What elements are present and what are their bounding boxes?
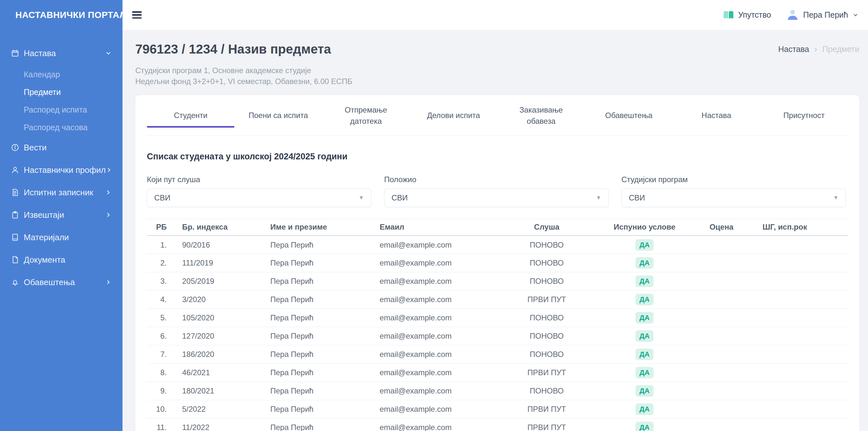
table-row[interactable]: 4. 3/2020 Пера Перић email@example.com П…	[147, 290, 848, 309]
info-icon	[11, 143, 19, 152]
filter-label: Положио	[384, 175, 609, 184]
sidebar-item-izvestaji[interactable]: Извештаји	[0, 204, 123, 226]
cell-index: 127/2020	[170, 327, 270, 345]
clipboard-icon	[11, 211, 19, 219]
status-badge: ДА	[636, 275, 653, 287]
cell-listens: ПРВИ ПУТ	[487, 364, 606, 382]
sidebar-item-label: Испитни записник	[24, 188, 93, 197]
tab-poeni-sa-ispita[interactable]: Поени са испита	[235, 95, 322, 135]
cell-email: email@example.com	[380, 290, 487, 309]
table-row[interactable]: 10. 5/2022 Пера Перић email@example.com …	[147, 400, 848, 419]
breadcrumb-parent[interactable]: Настава	[778, 44, 809, 54]
breadcrumb: Настава › Предмети	[778, 44, 859, 54]
cell-grade	[683, 419, 760, 431]
table-row[interactable]: 6. 127/2020 Пера Перић email@example.com…	[147, 327, 848, 345]
sidebar-item-ispitni-zapisnik[interactable]: Испитни записник	[0, 181, 123, 204]
chevron-down-icon	[105, 50, 112, 56]
sidebar-item-nastavnicki-profil[interactable]: Наставнички профил	[0, 159, 123, 181]
cell-email: email@example.com	[380, 400, 487, 419]
cell-fulfilled: ДА	[606, 345, 683, 364]
col-header-fulfilled: Испунио услове	[606, 219, 683, 236]
chevron-right-icon	[105, 189, 112, 195]
course-subtitle-line1: Студијски програм 1, Основне академске с…	[135, 65, 859, 76]
course-card: Студенти Поени са испита Отпремање датот…	[135, 95, 859, 431]
cell-rb: 4.	[147, 290, 170, 309]
cell-fulfilled: ДА	[606, 364, 683, 382]
user-menu[interactable]: Пера Перић	[786, 9, 858, 21]
course-subtitle: Студијски програм 1, Основне академске с…	[135, 65, 859, 87]
table-row[interactable]: 7. 186/2020 Пера Перић email@example.com…	[147, 345, 848, 364]
table-row[interactable]: 3. 205/2019 Пера Перић email@example.com…	[147, 272, 848, 290]
chevron-right-icon	[106, 167, 112, 173]
cell-term	[760, 272, 848, 290]
sidebar-item-label: Календар	[24, 70, 60, 79]
tab-obavestenja[interactable]: Обавештења	[585, 95, 673, 135]
table-row[interactable]: 1. 90/2016 Пера Перић email@example.com …	[147, 236, 848, 254]
help-link[interactable]: Упутство	[723, 10, 771, 20]
sidebar-item-obavestenja[interactable]: Обавештења	[0, 271, 123, 294]
status-badge: ДА	[636, 385, 653, 397]
cell-rb: 9.	[147, 382, 170, 400]
main-content: 796123 / 1234 / Назив предмета Настава ›…	[123, 30, 868, 431]
sidebar-item-label: Вести	[24, 143, 46, 153]
sidebar-item-vesti[interactable]: Вести	[0, 136, 123, 159]
filter-select-polozio[interactable]: СВИ ▼	[384, 189, 609, 207]
cell-listens: ПОНОВО	[487, 345, 606, 364]
topbar: Упутство Пера Перић	[123, 0, 868, 30]
tab-zakazivanje-obaveza[interactable]: Заказивање обавеза	[497, 95, 585, 135]
table-row[interactable]: 11. 11/2022 Пера Перић email@example.com…	[147, 419, 848, 431]
table-row[interactable]: 2. 111/2019 Пера Перић email@example.com…	[147, 254, 848, 272]
cell-grade	[683, 382, 760, 400]
sidebar-item-label: Материјали	[24, 233, 69, 242]
tab-studenti[interactable]: Студенти	[147, 95, 235, 135]
select-value: СВИ	[629, 193, 645, 202]
cell-name: Пера Перић	[270, 272, 380, 290]
students-heading: Списак студената у школској 2024/2025 го…	[147, 152, 848, 162]
cell-grade	[683, 290, 760, 309]
tab-bar: Студенти Поени са испита Отпремање датот…	[147, 95, 848, 136]
filter-label: Који пут слуша	[147, 175, 371, 184]
user-name: Пера Перић	[803, 10, 848, 20]
cell-name: Пера Перић	[270, 327, 380, 345]
sidebar-item-label: Наставнички профил	[24, 165, 106, 175]
app-logo[interactable]: НАСТАВНИЧКИ ПОРТАЛ	[0, 0, 123, 30]
tab-otpremanje-datoteka[interactable]: Отпремање датотека	[322, 95, 410, 135]
table-row[interactable]: 8. 46/2021 Пера Перић email@example.com …	[147, 364, 848, 382]
sidebar-item-raspored-casova[interactable]: Распоред часова	[0, 119, 123, 136]
sidebar-item-predmeti[interactable]: Предмети	[0, 83, 123, 101]
sidebar-item-raspored-ispita[interactable]: Распоред испита	[0, 101, 123, 119]
cell-name: Пера Перић	[270, 382, 380, 400]
sidebar-item-materijali[interactable]: Материјали	[0, 226, 123, 249]
sidebar-item-dokumenta[interactable]: Документа	[0, 249, 123, 271]
filter-studijski-program: Студијски програм СВИ ▼	[621, 175, 846, 207]
sidebar-item-label: Распоред часова	[24, 123, 88, 132]
cell-email: email@example.com	[380, 382, 487, 400]
tab-label: Обавештења	[605, 110, 652, 121]
sidebar-submenu-nastava: Календар Предмети Распоред испита Распор…	[0, 64, 123, 136]
sidebar-item-kalendar[interactable]: Календар	[0, 66, 123, 83]
course-subtitle-line2: Недељни фонд 3+2+0+1, VI семестар, Обаве…	[135, 76, 859, 87]
sidebar-item-nastava[interactable]: Настава	[0, 42, 123, 64]
table-row[interactable]: 5. 105/2020 Пера Перић email@example.com…	[147, 309, 848, 327]
cell-term	[760, 345, 848, 364]
sidebar: НАСТАВНИЧКИ ПОРТАЛ Настава Календар Пред…	[0, 0, 123, 431]
avatar	[786, 9, 799, 21]
tab-label: Заказивање обавеза	[505, 104, 577, 127]
status-badge: ДА	[636, 348, 653, 360]
tab-nastava[interactable]: Настава	[673, 95, 760, 135]
tab-prisutnost[interactable]: Присутност	[760, 95, 848, 135]
table-row[interactable]: 9. 180/2021 Пера Перић email@example.com…	[147, 382, 848, 400]
cell-fulfilled: ДА	[606, 290, 683, 309]
status-badge: ДА	[636, 330, 653, 342]
cell-listens: ПОНОВО	[487, 309, 606, 327]
tab-delovi-ispita[interactable]: Делови испита	[410, 95, 497, 135]
cell-index: 180/2021	[170, 382, 270, 400]
cell-name: Пера Перић	[270, 345, 380, 364]
cell-term	[760, 382, 848, 400]
hamburger-menu-icon[interactable]	[132, 11, 142, 19]
filter-select-koji-put-slusa[interactable]: СВИ ▼	[147, 189, 371, 207]
cell-index: 3/2020	[170, 290, 270, 309]
cell-rb: 10.	[147, 400, 170, 419]
manual-book-icon	[723, 10, 734, 20]
filter-select-studijski-program[interactable]: СВИ ▼	[621, 189, 846, 207]
